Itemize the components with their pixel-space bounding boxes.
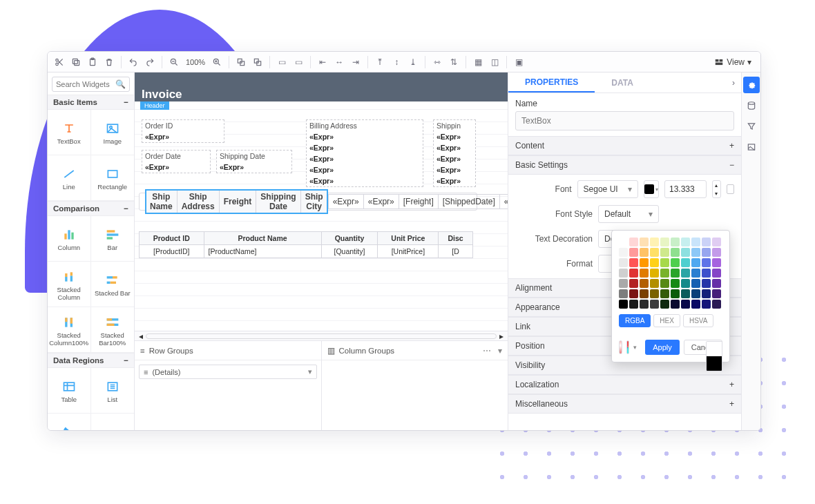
color-swatch[interactable]: [660, 279, 669, 288]
color-swatch[interactable]: [650, 248, 659, 257]
widget-line[interactable]: Line: [48, 155, 91, 201]
color-swatch[interactable]: [712, 269, 721, 278]
cut-icon[interactable]: [52, 55, 67, 70]
chevron-down-icon[interactable]: ▾: [308, 367, 312, 376]
align-right-icon[interactable]: ⇥: [348, 55, 363, 70]
color-swatch[interactable]: [619, 279, 628, 288]
gradient-picker-icon[interactable]: [619, 340, 622, 354]
color-swatch[interactable]: [619, 248, 628, 257]
color-swatch[interactable]: [702, 258, 711, 267]
color-swatch[interactable]: [691, 300, 700, 309]
color-swatch[interactable]: [640, 269, 649, 278]
color-swatch[interactable]: [671, 269, 680, 278]
font-size-input[interactable]: 13.333: [664, 180, 707, 198]
table-shipping[interactable]: Ship Name Ship Address Freight Shipping …: [139, 193, 477, 211]
chevron-down-icon[interactable]: ▾: [498, 346, 502, 356]
color-swatch[interactable]: [691, 279, 700, 288]
color-swatch[interactable]: [660, 258, 669, 267]
widget-stacked-bar[interactable]: Stacked Bar: [91, 262, 135, 307]
design-canvas[interactable]: Invoice Header Order ID «Expr» Order Dat…: [135, 72, 508, 331]
color-swatch[interactable]: [640, 248, 649, 257]
color-swatch[interactable]: [691, 289, 700, 298]
color-swatch[interactable]: [629, 269, 638, 278]
scroll-right-icon[interactable]: ▸: [499, 331, 504, 341]
font-dropdown[interactable]: Segoe UI▾: [577, 180, 638, 198]
color-swatch[interactable]: [640, 238, 649, 246]
color-swatch[interactable]: [619, 300, 628, 309]
color-swatch[interactable]: [671, 248, 680, 257]
color-swatch[interactable]: [702, 300, 711, 309]
color-swatch[interactable]: [660, 269, 669, 278]
view-dropdown[interactable]: View ▾: [709, 55, 756, 69]
table-row[interactable]: [ProductID] [ProductName] [Quantity] [Un…: [140, 245, 473, 258]
align-middle-icon[interactable]: ↕: [389, 55, 404, 70]
section-comparison[interactable]: Comparison−: [48, 201, 134, 216]
color-swatch[interactable]: [671, 258, 680, 267]
mode-rgba-button[interactable]: RGBA: [619, 314, 651, 327]
align-right-edges-icon[interactable]: ▭: [291, 55, 306, 70]
distribute-v-icon[interactable]: ⇅: [446, 55, 461, 70]
color-swatch[interactable]: [702, 289, 711, 298]
field-order-id[interactable]: Order ID «Expr»: [142, 119, 224, 143]
font-size-spinner[interactable]: ▴▾: [712, 180, 722, 198]
image-icon[interactable]: [743, 139, 760, 155]
color-swatch[interactable]: [671, 238, 680, 246]
mode-hsva-button[interactable]: HSVA: [683, 314, 714, 327]
mode-hex-button[interactable]: HEX: [653, 314, 680, 327]
color-swatch[interactable]: [660, 289, 669, 298]
table-products[interactable]: Product ID Product Name Quantity Unit Pr…: [139, 231, 473, 258]
color-swatch[interactable]: [712, 300, 721, 309]
color-swatch[interactable]: [619, 238, 628, 246]
widget-image[interactable]: Image: [91, 110, 135, 155]
color-swatch[interactable]: [640, 258, 649, 267]
font-color-chip[interactable]: ▾: [644, 180, 659, 198]
align-center-icon[interactable]: ↔: [332, 55, 347, 70]
size-to-grid-icon[interactable]: ▦: [470, 55, 486, 70]
color-swatch[interactable]: [691, 258, 700, 267]
delete-icon[interactable]: [102, 55, 117, 70]
color-swatch[interactable]: [629, 300, 638, 309]
color-swatch[interactable]: [619, 258, 628, 267]
color-swatch[interactable]: [619, 289, 628, 298]
color-swatch[interactable]: [712, 248, 721, 257]
color-swatch[interactable]: [629, 248, 638, 257]
field-shipping-date[interactable]: Shipping Date «Expr»: [216, 150, 292, 173]
color-swatch[interactable]: [702, 248, 711, 257]
redo-icon[interactable]: [142, 55, 157, 70]
field-billing-address[interactable]: Billing Address «Expr» «Expr» «Expr» «Ex…: [306, 119, 423, 187]
widget-list[interactable]: List: [91, 368, 135, 414]
color-swatch[interactable]: [660, 300, 669, 309]
color-swatch[interactable]: [681, 279, 690, 288]
color-swatch[interactable]: [650, 269, 659, 278]
section-basic-items[interactable]: Basic Items−: [48, 95, 134, 110]
color-swatch[interactable]: [681, 300, 690, 309]
color-swatch[interactable]: [629, 289, 638, 298]
more-icon[interactable]: ⋯: [483, 346, 491, 356]
color-swatch[interactable]: [629, 238, 638, 246]
color-swatch[interactable]: [660, 248, 669, 257]
color-swatch[interactable]: [712, 258, 721, 267]
widget-stacked-column-100[interactable]: Stacked Column100%: [48, 307, 91, 353]
color-swatch[interactable]: [681, 289, 690, 298]
search-box[interactable]: 🔍: [52, 77, 130, 92]
section-content[interactable]: Content+: [508, 136, 741, 155]
paste-icon[interactable]: [85, 55, 100, 70]
zoom-out-icon[interactable]: [166, 55, 182, 70]
color-swatch[interactable]: [640, 300, 649, 309]
color-swatch[interactable]: [671, 289, 680, 298]
color-swatch[interactable]: [650, 289, 659, 298]
widget-map[interactable]: Man: [48, 414, 91, 430]
color-swatch[interactable]: [629, 279, 638, 288]
font-size-checkbox[interactable]: [727, 184, 734, 194]
color-swatch[interactable]: [650, 238, 659, 246]
align-top-icon[interactable]: ⤒: [372, 55, 387, 70]
field-shipping-address[interactable]: Shippin «Expr» «Expr» «Expr» «Expr» «Exp…: [433, 119, 476, 187]
color-swatch[interactable]: [640, 279, 649, 288]
color-swatch[interactable]: [671, 300, 680, 309]
widget-bar[interactable]: Bar: [91, 216, 135, 262]
section-basic-settings[interactable]: Basic Settings−: [508, 155, 741, 175]
apply-button[interactable]: Apply: [645, 340, 680, 355]
color-swatch[interactable]: [712, 279, 721, 288]
table-row[interactable]: «Expr» «Expr» [Freight] [ShippedDate] «E…: [328, 195, 508, 209]
widget-table[interactable]: Table: [48, 368, 91, 414]
